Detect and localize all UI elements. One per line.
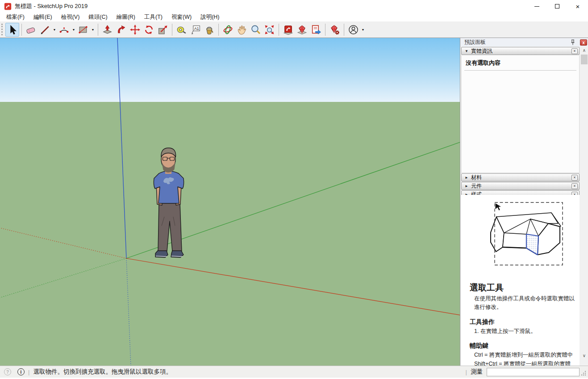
status-bar: ? i | 選取物件。切換到擴充選取。拖曳滑鼠以選取多項。 | 測量 [0, 366, 588, 378]
extension-manager-button[interactable] [328, 23, 342, 37]
instructor-operation-heading: 工具操作 [470, 318, 575, 326]
panel-scrollbar[interactable]: ∧ ∨ [580, 46, 588, 366]
select-tool-button[interactable] [5, 23, 19, 37]
menu-camera[interactable]: 鏡頭(C) [84, 13, 112, 22]
scroll-up-arrow[interactable]: ∧ [580, 46, 588, 54]
toolbar: ▼ ▼ ▼ A1 [0, 21, 588, 38]
menu-bar: 檔案(F) 編輯(E) 檢視(V) 鏡頭(C) 繪圖(R) 工具(T) 視窗(W… [0, 13, 588, 21]
section-close-button[interactable]: × [571, 175, 578, 181]
section-close-button[interactable]: × [571, 183, 578, 189]
divider [464, 70, 576, 71]
instructor-modifier-shift-ctrl: Shift+Ctrl = 將實體從一組所選取的實體中除去 [474, 360, 575, 366]
scale-tool-button[interactable] [156, 23, 170, 37]
menu-help[interactable]: 說明(H) [196, 13, 224, 22]
tape-measure-icon [176, 24, 187, 35]
instructor-content: 選取工具 在使用其他操作工具或命令時選取實體以進行修改。 工具操作 1. 在實體… [461, 195, 580, 366]
arc-tool-button[interactable] [57, 23, 71, 37]
share-model-button[interactable] [309, 23, 323, 37]
account-dropdown-arrow[interactable]: ▼ [360, 23, 366, 37]
section-materials[interactable]: ► 材料 × [461, 173, 580, 181]
panel-close-button[interactable]: x [580, 39, 587, 46]
rectangle-tool-button[interactable] [76, 23, 90, 37]
instructor-house-illustration [467, 198, 574, 278]
follow-me-tool-button[interactable] [114, 23, 128, 37]
menu-draw[interactable]: 繪圖(R) [112, 13, 140, 22]
menu-file[interactable]: 檔案(F) [2, 13, 29, 22]
zoom-extents-tool-button[interactable] [263, 23, 276, 37]
orbit-tool-button[interactable] [221, 23, 235, 37]
collapsed-arrow-icon: ► [465, 184, 471, 188]
scale-figure-person [154, 148, 183, 257]
pan-tool-button[interactable] [235, 23, 249, 37]
close-button[interactable]: × [567, 0, 588, 13]
tape-measure-tool-button[interactable] [175, 23, 188, 37]
drawing-axes [0, 38, 460, 366]
scrollbar-thumb[interactable] [581, 55, 588, 64]
expanded-arrow-icon: ▼ [465, 49, 471, 53]
paint-bucket-tool-button[interactable] [202, 23, 216, 37]
account-button[interactable] [346, 23, 360, 37]
pencil-icon [39, 24, 50, 35]
divider: | [28, 369, 29, 375]
rotate-tool-button[interactable] [142, 23, 156, 37]
divider: | [466, 369, 467, 375]
measurements-input[interactable] [487, 368, 580, 376]
geolocation-icon[interactable]: ? [4, 368, 11, 375]
minimize-icon [534, 6, 539, 7]
extension-warehouse-button[interactable] [295, 23, 309, 37]
arc-dropdown-arrow[interactable]: ▼ [71, 23, 76, 37]
zoom-icon [250, 24, 261, 35]
info-icon[interactable]: i [17, 368, 25, 375]
pan-hand-icon [236, 24, 247, 35]
select-arrow-icon [7, 24, 18, 35]
menu-view[interactable]: 檢視(V) [57, 13, 84, 22]
scroll-down-arrow[interactable]: ∨ [580, 352, 588, 359]
pin-icon[interactable] [570, 39, 575, 46]
menu-tools[interactable]: 工具(T) [140, 13, 167, 22]
3d-warehouse-icon [283, 24, 294, 35]
section-entity-info[interactable]: ▼ 實體資訊 × [461, 47, 580, 55]
text-tool-icon: A1 [190, 24, 201, 35]
collapsed-arrow-icon: ► [465, 176, 471, 180]
entity-info-content: 沒有選取內容 [461, 55, 580, 173]
rectangle-dropdown-arrow[interactable]: ▼ [90, 23, 96, 37]
instructor-description: 在使用其他操作工具或命令時選取實體以進行修改。 [474, 295, 575, 312]
minimize-button[interactable] [526, 0, 547, 13]
follow-me-icon [116, 24, 127, 35]
share-model-icon [310, 24, 321, 35]
zoom-tool-button[interactable] [249, 23, 263, 37]
arc-icon [58, 24, 70, 35]
eraser-icon [25, 24, 37, 35]
toolbar-grip[interactable] [1, 24, 4, 35]
text-tool-button[interactable]: A1 [188, 23, 202, 37]
cursor-arrow-icon [495, 203, 501, 211]
status-hint-text: 選取物件。切換到擴充選取。拖曳滑鼠以選取多項。 [33, 368, 172, 376]
section-components[interactable]: ► 元件 × [461, 182, 580, 190]
push-pull-icon [102, 24, 113, 35]
eraser-tool-button[interactable] [24, 23, 38, 37]
line-dropdown-arrow[interactable]: ▼ [52, 23, 57, 37]
menu-edit[interactable]: 編輯(E) [29, 13, 57, 22]
window-title: 無標題 - SketchUp Pro 2019 [15, 2, 88, 10]
scale-icon [157, 24, 168, 35]
maximize-icon [555, 4, 559, 8]
section-close-button[interactable]: × [571, 48, 578, 54]
maximize-button[interactable] [547, 0, 567, 13]
paint-bucket-icon [204, 24, 215, 35]
instructor-title: 選取工具 [470, 282, 575, 294]
line-tool-button[interactable] [38, 23, 52, 37]
3d-warehouse-button[interactable] [281, 23, 295, 37]
orbit-icon [222, 24, 234, 35]
drawing-viewport[interactable] [0, 38, 460, 366]
menu-window[interactable]: 視窗(W) [167, 13, 196, 22]
rotate-icon [143, 24, 154, 35]
window-resize-grip[interactable] [580, 370, 587, 376]
title-bar: 無標題 - SketchUp Pro 2019 × [0, 0, 588, 13]
push-pull-tool-button[interactable] [100, 23, 114, 37]
close-icon: × [576, 3, 580, 10]
no-selection-text: 沒有選取內容 [462, 55, 579, 70]
scene-overlay [0, 38, 460, 366]
sketchup-logo-icon [4, 3, 12, 10]
move-tool-button[interactable] [128, 23, 142, 37]
instructor-modifier-heading: 輔助鍵 [470, 342, 575, 350]
